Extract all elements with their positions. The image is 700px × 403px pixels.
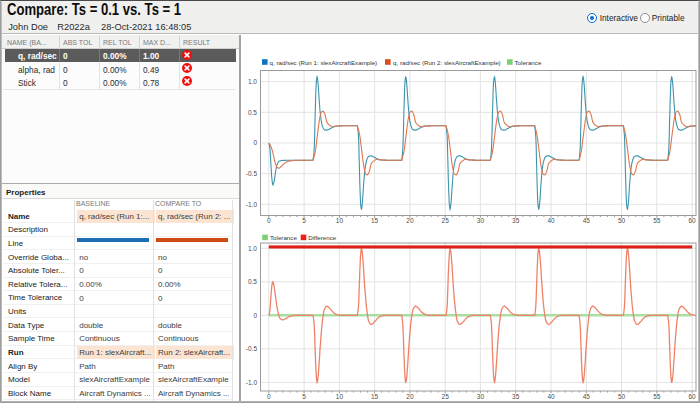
svg-text:15: 15 bbox=[371, 393, 379, 400]
svg-text:30: 30 bbox=[477, 217, 485, 224]
svg-text:-0.5: -0.5 bbox=[246, 345, 258, 352]
svg-text:55: 55 bbox=[653, 393, 661, 400]
svg-text:5: 5 bbox=[302, 217, 306, 224]
svg-text:5: 5 bbox=[302, 393, 306, 400]
svg-text:25: 25 bbox=[442, 393, 450, 400]
svg-text:Difference: Difference bbox=[308, 234, 337, 241]
svg-text:60: 60 bbox=[688, 217, 696, 224]
svg-text:1.0: 1.0 bbox=[248, 78, 257, 85]
svg-text:0.5: 0.5 bbox=[248, 278, 257, 285]
svg-text:50: 50 bbox=[618, 393, 626, 400]
svg-text:-1.0: -1.0 bbox=[246, 379, 258, 386]
svg-text:-0.5: -0.5 bbox=[246, 170, 258, 177]
svg-text:20: 20 bbox=[406, 217, 414, 224]
svg-text:Tolerance: Tolerance bbox=[270, 234, 297, 241]
svg-text:25: 25 bbox=[442, 217, 450, 224]
svg-text:10: 10 bbox=[336, 217, 344, 224]
svg-text:55: 55 bbox=[653, 217, 661, 224]
svg-text:35: 35 bbox=[512, 217, 520, 224]
svg-text:40: 40 bbox=[547, 217, 555, 224]
svg-text:0.5: 0.5 bbox=[248, 109, 257, 116]
svg-text:-1.0: -1.0 bbox=[246, 201, 258, 208]
svg-text:20: 20 bbox=[406, 393, 414, 400]
svg-text:Tolerance: Tolerance bbox=[515, 59, 542, 66]
svg-text:35: 35 bbox=[512, 393, 520, 400]
svg-text:q, rad/sec (Run 1: slexAircraf: q, rad/sec (Run 1: slexAircraftExample) bbox=[270, 59, 378, 66]
svg-text:30: 30 bbox=[477, 393, 485, 400]
svg-text:0: 0 bbox=[267, 393, 271, 400]
svg-text:60: 60 bbox=[688, 393, 696, 400]
svg-text:1.0: 1.0 bbox=[248, 245, 257, 252]
svg-text:0: 0 bbox=[253, 139, 257, 146]
svg-text:0: 0 bbox=[267, 217, 271, 224]
svg-text:q, rad/sec (Run 2: slexAircraf: q, rad/sec (Run 2: slexAircraftExample) bbox=[393, 59, 501, 66]
svg-text:45: 45 bbox=[583, 393, 591, 400]
svg-text:50: 50 bbox=[618, 217, 626, 224]
svg-text:45: 45 bbox=[583, 217, 591, 224]
svg-text:10: 10 bbox=[336, 393, 344, 400]
svg-text:0: 0 bbox=[253, 312, 257, 319]
svg-text:40: 40 bbox=[547, 393, 555, 400]
svg-text:15: 15 bbox=[371, 217, 379, 224]
